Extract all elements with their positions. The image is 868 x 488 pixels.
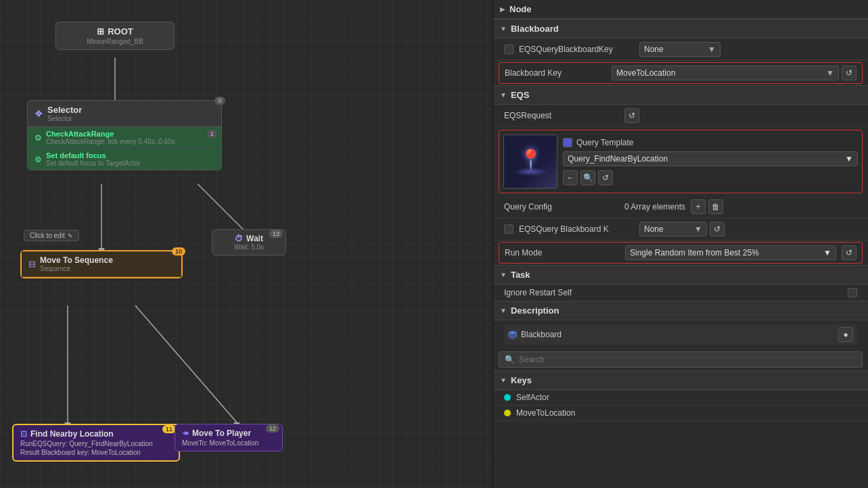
eqs-glow	[513, 168, 547, 176]
root-node[interactable]: ⊞ ROOT MinionRanged_BB	[55, 22, 175, 50]
task-section-header[interactable]: ▼ Task	[493, 265, 868, 285]
query-template-dropdown[interactable]: Query_FindNearByLocation ▼	[563, 151, 858, 166]
findloc-node[interactable]: 11 ⊡ Find Nearby Location RunEQSQuery: Q…	[12, 424, 180, 462]
svg-line-2	[198, 184, 244, 230]
delete-array-btn[interactable]: 🗑	[708, 199, 723, 214]
eqs-request-row: EQSRequest ↺	[493, 105, 868, 127]
root-node-title: ⊞ ROOT	[63, 26, 167, 36]
blackboard-desc-label: Blackboard	[521, 330, 562, 339]
eqs-request-box: 📍 Query Template Query_FindNearByLocatio…	[499, 130, 863, 193]
blackboard-desc-add-btn[interactable]: ●	[838, 327, 853, 342]
root-icon: ⊞	[97, 26, 104, 36]
root-subtitle: MinionRanged_BB	[63, 38, 167, 45]
eqs-query-bb-key-dropdown[interactable]: None ▼	[639, 42, 721, 57]
key-movetolocation-label: MoveToLocation	[516, 408, 575, 418]
node-section-label: Node	[509, 4, 532, 14]
selfactor-dot	[504, 394, 511, 401]
focus-icon: ⚙	[35, 155, 42, 164]
child-checkattackrange[interactable]: ⚙ CheckAttackRange CheckAttackRange: tic…	[28, 127, 221, 149]
blackboard-arrow-icon: ▼	[500, 25, 507, 32]
blackboard-key-dropdown[interactable]: MoveToLocation ▼	[612, 66, 839, 80]
eqs-query-bb-dropdown2[interactable]: None ▼	[639, 222, 707, 237]
run-mode-row: Run Mode Single Random Item from Best 25…	[499, 242, 863, 264]
blackboard-desc-icon: ⛃	[508, 328, 517, 341]
run-mode-label: Run Mode	[505, 248, 620, 258]
findloc-title: ⊡ Find Nearby Location	[20, 429, 172, 439]
moveseq-node[interactable]: 10 ⊟ Move To Sequence Sequence	[20, 250, 183, 278]
query-template-reset-btn[interactable]: ↺	[598, 170, 613, 185]
blackboard-key-row: Blackboard Key MoveToLocation ▼ ↺	[499, 62, 863, 84]
run-mode-reset-btn[interactable]: ↺	[842, 245, 856, 260]
svg-line-8	[135, 306, 237, 422]
eqs-query-bb-key-label: EQSQueryBlackboardKey	[519, 45, 634, 54]
query-config-value: 0 Array elements	[624, 202, 685, 212]
ignore-restart-checkbox[interactable]	[848, 288, 857, 297]
blackboard-key-label: Blackboard Key	[505, 68, 606, 78]
eqs-request-label: EQSRequest	[504, 111, 619, 120]
ignore-restart-label: Ignore Restart Self	[504, 288, 619, 297]
search-input[interactable]	[519, 355, 856, 364]
selector-header: ❖ Selector Selector 0	[28, 101, 221, 127]
task-arrow-icon: ▼	[500, 271, 507, 278]
run-mode-dropdown[interactable]: Single Random Item from Best 25% ▼	[625, 245, 836, 260]
eqs-query-bb-key-row: EQSQueryBlackboardKey None ▼	[493, 39, 868, 61]
check-icon: ⚙	[35, 133, 42, 143]
keys-section-label: Keys	[511, 375, 532, 385]
chevron-down-icon: ▼	[823, 248, 831, 258]
blackboard-section-label: Blackboard	[511, 24, 559, 34]
query-template-checkbox[interactable]	[563, 138, 572, 147]
key-movetolocation-item[interactable]: MoveToLocation	[493, 406, 868, 421]
eqs-query-bb-key-value: None ▼	[639, 42, 857, 57]
eqs-query-bb-checkbox2[interactable]	[504, 224, 513, 234]
description-section-header[interactable]: ▼ Description	[493, 301, 868, 320]
wait-node[interactable]: 13 ⏱ Wait Wait: 5.0s	[212, 229, 286, 255]
moveseq-header: ⊟ Move To Sequence Sequence	[22, 251, 181, 277]
movetoplayer-node[interactable]: 12 ↠ Move To Player MoveTo: MoveToLocati…	[175, 424, 283, 452]
click-to-edit-label[interactable]: Click to edit ✎	[24, 230, 79, 241]
chevron-down-icon: ▼	[694, 224, 702, 234]
blackboard-desc-item[interactable]: ⛃ Blackboard ●	[504, 324, 857, 345]
chevron-down-icon: ▼	[845, 154, 853, 164]
query-template-thumbnail: 📍	[503, 135, 557, 189]
eqs-arrow-icon: ▼	[500, 91, 507, 99]
eqs-query-bb-checkbox-area[interactable]	[504, 45, 513, 54]
movetoplayer-title: ↠ Move To Player	[182, 429, 275, 438]
movetolocation-dot	[504, 410, 511, 416]
child-setdefaultfocus[interactable]: ⚙ Set default focus Set default focus to…	[28, 149, 221, 170]
eqs-query-bb-label2: EQSQuery Blackboard K	[519, 224, 634, 234]
query-config-label: Query Config	[504, 202, 619, 212]
eqs-query-bb-reset-btn[interactable]: ↺	[710, 222, 725, 237]
search-box: 🔍	[499, 351, 863, 368]
properties-panel: ▶ Node ▼ Blackboard EQSQueryBlackboardKe…	[493, 0, 868, 488]
query-template-search-btn[interactable]: 🔍	[580, 170, 595, 185]
eqs-section-label: EQS	[511, 90, 529, 100]
keys-section-header[interactable]: ▼ Keys	[493, 370, 868, 390]
blackboard-key-refresh-btn[interactable]: ↺	[842, 66, 856, 80]
key-selfactor-label: SelfActor	[516, 393, 549, 402]
wait-icon: ⏱	[235, 234, 243, 243]
node-arrow-icon: ▶	[500, 5, 505, 13]
key-selfactor-item[interactable]: SelfActor	[493, 390, 868, 406]
chevron-down-icon: ▼	[708, 45, 716, 54]
description-section-label: Description	[511, 306, 559, 316]
query-template-label: Query Template	[576, 138, 634, 147]
selector-node[interactable]: ❖ Selector Selector 0 ⚙ CheckAttackRange…	[27, 100, 222, 170]
node-section-header[interactable]: ▶ Node	[493, 0, 868, 19]
task-section-label: Task	[511, 270, 530, 280]
description-arrow-icon: ▼	[500, 307, 507, 314]
selector-icon: ❖	[35, 108, 43, 119]
query-template-back-btn[interactable]: ←	[563, 170, 578, 185]
eqs-query-bb-row2: EQSQuery Blackboard K None ▼ ↺	[493, 218, 868, 241]
chevron-down-icon: ▼	[826, 68, 834, 78]
search-icon: 🔍	[505, 355, 515, 364]
ignore-restart-row: Ignore Restart Self	[493, 285, 868, 301]
eqs-section-header[interactable]: ▼ EQS	[493, 85, 868, 105]
eqs-request-reset-btn[interactable]: ↺	[624, 108, 639, 123]
edit-icon: ✎	[68, 233, 73, 239]
eqs-query-bb-checkbox[interactable]	[504, 45, 513, 54]
findloc-icon: ⊡	[20, 429, 27, 439]
blackboard-section-header[interactable]: ▼ Blackboard	[493, 19, 868, 39]
add-array-btn[interactable]: +	[691, 199, 706, 214]
movetoplayer-icon: ↠	[182, 429, 189, 438]
description-content: ⛃ Blackboard ●	[493, 320, 868, 349]
